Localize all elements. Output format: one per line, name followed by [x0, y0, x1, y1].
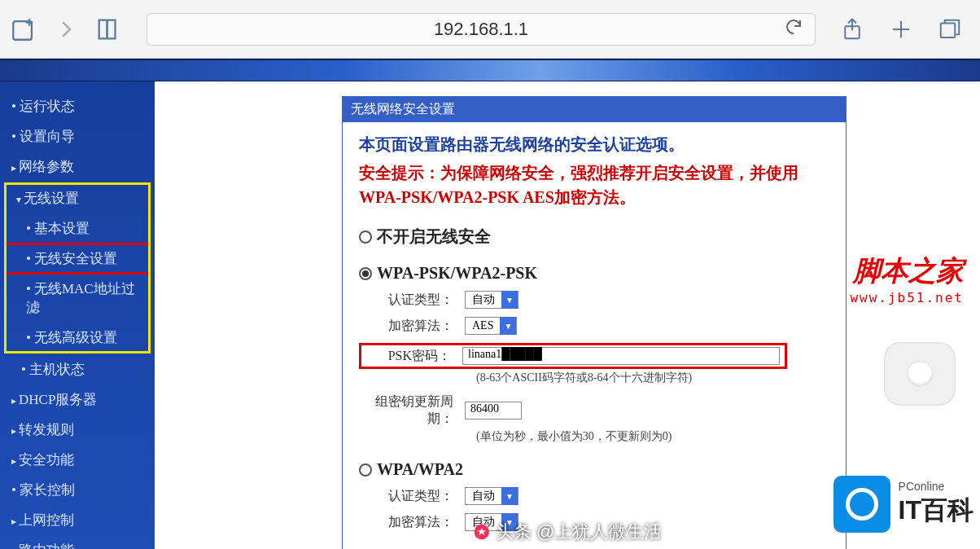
- nav-wireless-security[interactable]: •无线安全设置: [5, 244, 150, 274]
- nav-wireless[interactable]: 无线设置: [5, 183, 150, 213]
- label-psk: PSK密码：: [361, 348, 462, 365]
- psk-row-highlight: PSK密码： linana1█████: [359, 343, 787, 369]
- nav-dhcp[interactable]: DHCP服务器: [0, 384, 155, 415]
- add-bookmark-icon[interactable]: [10, 15, 37, 43]
- hint-group-key: (单位为秒，最小值为30，不更新则为0): [476, 429, 829, 444]
- nav-security[interactable]: 安全功能: [0, 445, 155, 475]
- radio-icon[interactable]: [359, 463, 372, 477]
- bookmarks-icon[interactable]: [94, 15, 122, 43]
- watermark-jb51: 脚本之家 www.jb51.net: [850, 253, 964, 305]
- select-encryption[interactable]: AES ▼: [465, 317, 517, 335]
- intro-text: 本页面设置路由器无线网络的安全认证选项。: [359, 134, 829, 156]
- camera-widget[interactable]: [884, 342, 956, 406]
- nav-routing[interactable]: 路由功能: [0, 535, 155, 549]
- input-group-key-period[interactable]: 86400: [465, 402, 522, 419]
- option-wpa[interactable]: WPA/WPA2: [359, 460, 829, 479]
- label-encryption-2: 加密算法：: [359, 514, 465, 531]
- nav-sidebar: •运行状态 •设置向导 网络参数 无线设置 •基本设置 •无线安全设置 •无线M…: [0, 81, 155, 549]
- router-banner: [0, 59, 980, 81]
- url-text: 192.168.1.1: [434, 19, 528, 40]
- watermark-pconline: PConline IT百科: [833, 476, 973, 533]
- chevron-down-icon[interactable]: ▼: [501, 487, 518, 505]
- forward-icon[interactable]: [54, 17, 78, 42]
- nav-wireless-basic[interactable]: •基本设置: [5, 213, 150, 244]
- label-auth-type-2: 认证类型：: [359, 488, 465, 505]
- radio-icon[interactable]: [359, 231, 372, 244]
- option-disable-security[interactable]: 不开启无线安全: [359, 226, 829, 248]
- warning-text: 安全提示：为保障网络安全，强烈推荐开启安全设置，并使用WPA-PSK/WPA2-…: [359, 160, 829, 209]
- radio-icon[interactable]: [359, 267, 372, 280]
- nav-network[interactable]: 网络参数: [0, 152, 155, 182]
- label-encryption: 加密算法：: [359, 318, 465, 335]
- input-psk-password[interactable]: linana1█████: [462, 347, 780, 365]
- share-icon[interactable]: [840, 17, 864, 42]
- browser-toolbar: 192.168.1.1: [0, 0, 980, 59]
- chevron-down-icon[interactable]: ▼: [500, 317, 516, 335]
- nav-wireless-group-highlight: 无线设置 •基本设置 •无线安全设置 •无线MAC地址过滤 •无线高级设置: [5, 183, 150, 353]
- panel-title: 无线网络安全设置: [343, 97, 846, 122]
- nav-parental[interactable]: •家长控制: [0, 475, 155, 505]
- tabs-icon[interactable]: [938, 17, 962, 42]
- search-icon: [833, 476, 890, 533]
- url-bar[interactable]: 192.168.1.1: [147, 13, 816, 46]
- refresh-icon[interactable]: [784, 17, 803, 42]
- chevron-down-icon[interactable]: ▼: [501, 291, 518, 309]
- nav-host-status[interactable]: •主机状态: [0, 354, 155, 384]
- nav-status[interactable]: •运行状态: [0, 91, 155, 121]
- nav-wizard[interactable]: •设置向导: [0, 121, 155, 152]
- nav-access[interactable]: 上网控制: [0, 505, 155, 535]
- hint-psk: (8-63个ASCII码字符或8-64个十六进制字符): [476, 371, 829, 385]
- nav-wireless-mac[interactable]: •无线MAC地址过滤: [5, 274, 150, 323]
- nav-forward[interactable]: 转发规则: [0, 415, 155, 445]
- label-group-key: 组密钥更新周期：: [359, 393, 465, 428]
- nav-wireless-adv[interactable]: •无线高级设置: [5, 323, 150, 353]
- select-auth-type[interactable]: 自动 ▼: [465, 291, 518, 309]
- svg-rect-8: [941, 23, 956, 37]
- watermark-author: 头条 @上犹人微生活: [473, 520, 662, 544]
- label-auth-type: 认证类型：: [359, 292, 465, 309]
- select-auth-type-2[interactable]: 自动 ▼: [465, 487, 518, 505]
- option-wpa-psk[interactable]: WPA-PSK/WPA2-PSK: [359, 264, 829, 283]
- new-tab-icon[interactable]: [889, 17, 913, 42]
- wireless-security-panel: 无线网络安全设置 本页面设置路由器无线网络的安全认证选项。 安全提示：为保障网络…: [342, 96, 847, 549]
